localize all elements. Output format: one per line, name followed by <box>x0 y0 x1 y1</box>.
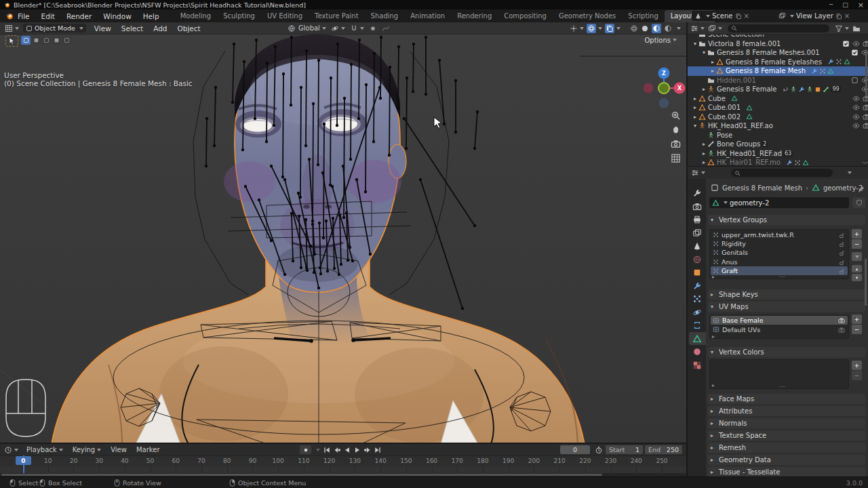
select-mode-subtract-button[interactable] <box>41 36 51 45</box>
timeline-menu-keying[interactable]: Keying <box>73 446 96 453</box>
select-mode-invert-button[interactable] <box>52 36 61 45</box>
vertex-color-add-button[interactable] <box>852 361 862 370</box>
timeline-menu-marker[interactable]: Marker <box>136 446 160 453</box>
expand-arrow[interactable]: ▸ <box>701 86 707 92</box>
properties-options-icon[interactable] <box>848 171 852 174</box>
menu-edit[interactable]: Edit <box>41 12 55 20</box>
workspace-tab-scripting[interactable]: Scripting <box>622 10 664 22</box>
active-tool-button[interactable] <box>5 35 18 47</box>
outliner-row-genesis-8-female-mesh[interactable]: ▸Genesis 8 Female Mesh <box>688 66 868 76</box>
outliner-editor-icon[interactable] <box>690 24 698 33</box>
prev-keyframe-button[interactable] <box>332 445 342 454</box>
shading-material-button[interactable] <box>652 24 661 33</box>
outliner-row-pose[interactable]: Pose <box>688 131 868 140</box>
snap-toggle[interactable] <box>350 24 364 33</box>
expand-arrow[interactable]: ▾ <box>692 123 698 129</box>
select-mode-intersect-button[interactable] <box>62 36 71 45</box>
gizmos-dropdown[interactable] <box>570 24 584 33</box>
3d-viewport[interactable]: Object Mode ViewSelectAddObject Global <box>0 22 686 444</box>
copy-icon[interactable] <box>835 13 842 20</box>
list-resize-handle[interactable]: ▸ <box>712 274 715 280</box>
navigation-gizmo[interactable]: Z X <box>637 64 686 113</box>
vertex-color-remove-button[interactable] <box>852 371 862 380</box>
properties-scrollbar[interactable] <box>865 258 867 306</box>
vertex-group-rigidity[interactable]: Rigidity <box>711 239 848 248</box>
outliner-row-hk-hair01-ref-mo[interactable]: ▸HK_Hair01_REF.mo <box>688 158 868 166</box>
camera-view-button[interactable] <box>671 139 681 149</box>
toggle-checkbox[interactable] <box>851 49 859 56</box>
workspace-tab-geometry-nodes[interactable]: Geometry Nodes <box>553 10 622 22</box>
fake-user-button[interactable] <box>852 197 865 208</box>
hide-in-viewport-toggle[interactable] <box>852 104 860 111</box>
outliner-row-victoria-8-female-001[interactable]: ▾Victoria 8 female.001 <box>688 39 868 49</box>
current-frame-field[interactable]: 0 <box>560 445 590 454</box>
properties-tab-view-layer[interactable] <box>692 228 702 238</box>
pin-icon[interactable] <box>857 185 865 193</box>
expand-arrow[interactable]: ▾ <box>692 41 698 47</box>
viewport-menu-select[interactable]: Select <box>121 24 143 33</box>
xray-dropdown[interactable] <box>605 24 620 33</box>
viewport-menu-add[interactable]: Add <box>153 24 167 33</box>
hide-in-viewport-toggle[interactable] <box>852 113 860 121</box>
uv-list-resize-handle[interactable]: ▸ <box>712 333 715 340</box>
properties-tab-particles[interactable] <box>692 294 702 304</box>
uv-map-add-button[interactable] <box>852 314 862 324</box>
maximize-button[interactable]: □ <box>842 1 848 8</box>
axis-negx-ball[interactable] <box>644 83 654 94</box>
menu-file[interactable]: File <box>18 12 30 20</box>
panel-tissue-tessellate[interactable]: ▸Tissue - Tessellate <box>708 467 865 477</box>
properties-tab-tool[interactable] <box>692 188 702 198</box>
vertex-group-move-up-button[interactable]: ▴ <box>852 265 862 272</box>
workspace-tab-compositing[interactable]: Compositing <box>498 10 553 22</box>
uv-map-base-female[interactable]: Base Female <box>711 316 848 325</box>
timeline-ruler[interactable]: 1020304050607080901001101201301401501601… <box>0 455 686 467</box>
expand-arrow[interactable]: ▸ <box>701 159 707 165</box>
panel-vertex-groups[interactable]: ▾Vertex Groups <box>708 215 865 225</box>
expand-arrow[interactable]: ▸ <box>701 141 707 147</box>
view-layer-remove-icon[interactable]: × <box>844 12 850 20</box>
zoom-button[interactable] <box>671 110 681 121</box>
axis-negz-ball[interactable] <box>659 98 669 108</box>
panel-vertex-colors[interactable]: ▾Vertex Colors <box>708 347 865 357</box>
properties-tab-material[interactable] <box>692 347 702 357</box>
outliner-row-bone-groups[interactable]: ▸Bone Groups2 <box>688 140 868 149</box>
close-button[interactable]: × <box>858 1 864 9</box>
toggle-checkbox[interactable] <box>851 77 859 84</box>
playhead-frame-badge[interactable]: 0 <box>16 456 31 465</box>
outliner-row-cube-001[interactable]: ▸Cube.001 <box>688 103 868 113</box>
axis-y-ball[interactable] <box>658 83 669 94</box>
hide-in-viewport-toggle[interactable] <box>852 40 860 47</box>
uv-map-remove-button[interactable] <box>852 325 862 334</box>
proportional-editing-toggle[interactable] <box>369 24 377 33</box>
scene-unlink-icon[interactable]: × <box>744 12 749 20</box>
viewport-menu-view[interactable]: View <box>94 24 111 33</box>
expand-arrow[interactable]: ▸ <box>701 150 707 157</box>
pivot-dropdown[interactable] <box>331 24 345 33</box>
frame-start-field[interactable]: Start 1 <box>606 445 643 454</box>
menu-render[interactable]: Render <box>66 12 92 20</box>
hide-in-viewport-toggle[interactable] <box>852 95 860 102</box>
uv-map-default-uvs[interactable]: Default UVs <box>711 325 848 334</box>
panel-shape-keys[interactable]: ▸Shape Keys <box>708 289 865 300</box>
breadcrumb-object[interactable]: Genesis 8 Female Mesh <box>722 184 802 192</box>
stopwatch-icon[interactable] <box>595 446 603 454</box>
display-mode-icon[interactable] <box>708 24 716 33</box>
hide-in-viewport-toggle[interactable] <box>861 159 868 166</box>
overlays-dropdown[interactable] <box>587 24 602 33</box>
outliner-row-cube[interactable]: ▸Cube <box>688 94 868 104</box>
vertex-group-anus[interactable]: Anus <box>711 258 848 266</box>
expand-arrow[interactable]: ▸ <box>709 68 716 74</box>
mode-dropdown[interactable]: Object Mode <box>23 24 86 33</box>
outliner-row-genesis-8-female-eyelashes[interactable]: ▸Genesis 8 Female Eyelashes <box>688 58 868 67</box>
properties-tab-texture[interactable] <box>692 361 702 370</box>
blender-menu-icon[interactable] <box>5 12 14 20</box>
next-keyframe-button[interactable] <box>362 445 372 454</box>
properties-tab-constraints[interactable] <box>692 321 702 330</box>
properties-tab-data[interactable] <box>692 334 702 344</box>
copy-icon[interactable] <box>735 13 742 20</box>
play-button[interactable] <box>352 445 362 454</box>
expand-arrow[interactable]: ▸ <box>692 104 698 110</box>
options-dropdown[interactable]: Options <box>640 35 681 45</box>
properties-tab-object[interactable] <box>692 268 702 277</box>
outliner-row-cube-002[interactable]: ▸Cube.002 <box>688 113 868 122</box>
